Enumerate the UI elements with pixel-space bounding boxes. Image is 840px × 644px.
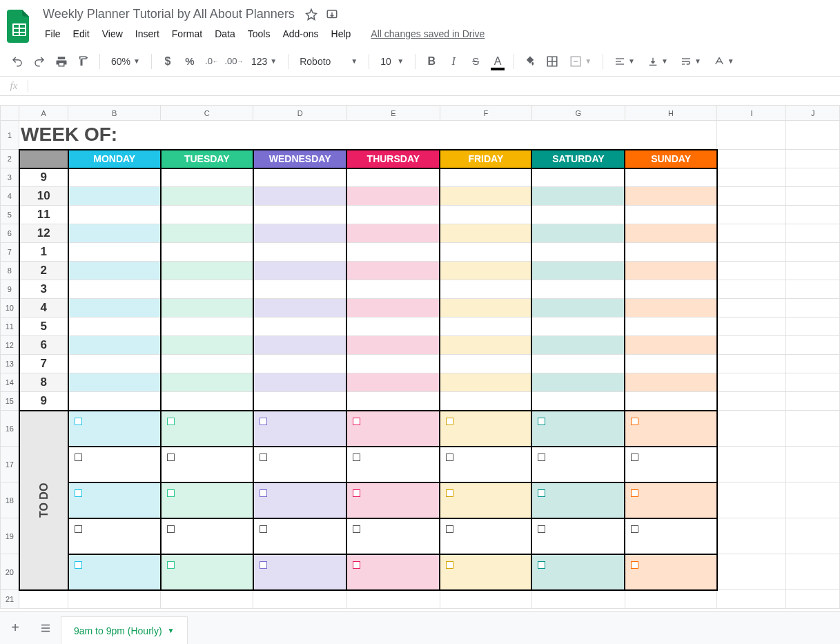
text-rotation-dropdown[interactable]: ▼ [708, 51, 740, 72]
saved-status[interactable]: All changes saved in Drive [371, 28, 485, 39]
strikethrough-button[interactable]: S [465, 51, 486, 72]
menu-format[interactable]: Format [167, 26, 207, 42]
svg-rect-6 [20, 33, 25, 35]
h-align-dropdown[interactable]: ▼ [609, 51, 641, 72]
text-color-button[interactable]: A [487, 51, 508, 72]
toolbar: 60%▼ $ % .0← .00→ 123▼ Roboto▼ 10▼ B I S… [0, 46, 840, 77]
svg-rect-3 [14, 29, 19, 32]
print-button[interactable] [51, 51, 72, 72]
zoom-dropdown[interactable]: 60%▼ [106, 51, 146, 72]
percent-button[interactable]: % [179, 51, 200, 72]
redo-button[interactable] [29, 51, 50, 72]
menubar: FileEditViewInsertFormatDataToolsAdd-ons… [40, 24, 485, 46]
number-format-dropdown[interactable]: 123▼ [246, 51, 282, 72]
svg-rect-5 [14, 33, 19, 35]
borders-button[interactable] [542, 51, 563, 72]
bold-button[interactable]: B [421, 51, 442, 72]
menu-file[interactable]: File [40, 26, 66, 42]
menu-view[interactable]: View [97, 26, 128, 42]
v-align-dropdown[interactable]: ▼ [642, 51, 674, 72]
sheets-logo[interactable] [6, 9, 33, 43]
font-size-dropdown[interactable]: 10▼ [375, 51, 409, 72]
svg-rect-4 [20, 29, 25, 32]
document-title[interactable]: Weekly Planner Tutorial by All About Pla… [40, 6, 297, 23]
menu-help[interactable]: Help [326, 26, 356, 42]
merge-cells-dropdown[interactable]: ▼ [564, 51, 597, 72]
svg-rect-1 [14, 25, 19, 28]
svg-rect-2 [20, 25, 25, 28]
currency-button[interactable]: $ [157, 51, 178, 72]
fx-label: fx [0, 80, 28, 92]
menu-edit[interactable]: Edit [68, 26, 95, 42]
menu-tools[interactable]: Tools [243, 26, 275, 42]
decrease-decimal-button[interactable]: .0← [202, 51, 222, 72]
fill-color-button[interactable] [520, 51, 540, 72]
font-dropdown[interactable]: Roboto▼ [294, 51, 363, 72]
menu-insert[interactable]: Insert [130, 26, 164, 42]
text-wrap-dropdown[interactable]: ▼ [675, 51, 707, 72]
undo-button[interactable] [7, 51, 28, 72]
star-icon[interactable] [304, 8, 318, 21]
menu-add-ons[interactable]: Add-ons [277, 26, 323, 42]
paint-format-button[interactable] [73, 51, 94, 72]
move-icon[interactable] [325, 8, 339, 21]
menu-data[interactable]: Data [210, 26, 240, 42]
increase-decimal-button[interactable]: .00→ [224, 51, 244, 72]
italic-button[interactable]: I [443, 51, 464, 72]
formula-input[interactable] [28, 77, 840, 95]
